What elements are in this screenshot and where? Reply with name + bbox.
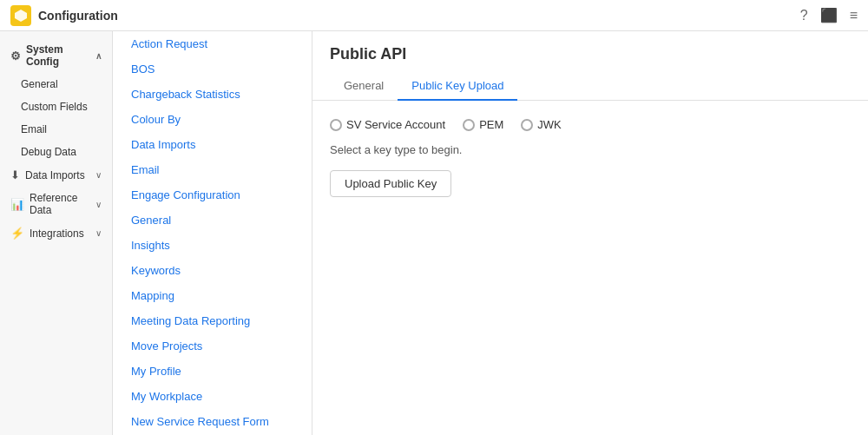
lightning-icon: ⚡ — [10, 227, 24, 240]
sidebar-item-debug-data[interactable]: Debug Data — [0, 141, 112, 163]
sidebar-item-integrations[interactable]: ⚡ Integrations ∨ — [0, 221, 112, 245]
content-area: Public API General Public Key Upload SV … — [312, 31, 868, 435]
sidebar-label-integrations: Integrations — [30, 227, 84, 240]
sidebar-item-data-imports[interactable]: ⬇ Data Imports ∨ — [0, 163, 112, 187]
gear-icon: ⚙ — [10, 49, 21, 63]
sidebar-label-email: Email — [21, 123, 47, 135]
nav-item-chargeback-statistics[interactable]: Chargeback Statistics — [113, 82, 312, 107]
sidebar-label-data-imports: Data Imports — [25, 169, 85, 181]
nav-panel: Action Request BOS Chargeback Statistics… — [113, 31, 312, 435]
radio-sv-service-account[interactable]: SV Service Account — [330, 118, 445, 131]
chart-icon: 📊 — [10, 198, 24, 211]
app-title: Configuration — [38, 9, 793, 23]
radio-circle-jwk — [521, 119, 533, 131]
app-logo — [10, 5, 31, 26]
content-header: Public API General Public Key Upload — [312, 31, 868, 101]
sidebar: ⚙ System Config ∧ General Custom Fields … — [0, 31, 113, 435]
chevron-icon: ∧ — [95, 51, 102, 61]
download-icon: ⬇ — [10, 168, 20, 181]
radio-pem[interactable]: PEM — [463, 118, 503, 131]
chevron-down-icon3: ∨ — [95, 228, 102, 238]
nav-item-engage-configuration[interactable]: Engage Configuration — [113, 182, 312, 208]
radio-circle-sv — [330, 119, 342, 131]
tab-general[interactable]: General — [330, 72, 398, 101]
radio-group-key-type: SV Service Account PEM JWK — [330, 118, 851, 131]
chevron-down-icon: ∨ — [95, 170, 102, 180]
nav-item-mapping[interactable]: Mapping — [113, 283, 312, 308]
tab-public-key-upload[interactable]: Public Key Upload — [398, 72, 517, 101]
nav-item-action-request[interactable]: Action Request — [113, 31, 312, 56]
nav-item-meeting-data-reporting[interactable]: Meeting Data Reporting — [113, 308, 312, 333]
topbar-icons: ? ⬛ ≡ — [800, 7, 858, 23]
nav-item-data-imports[interactable]: Data Imports — [113, 132, 312, 157]
nav-item-bos[interactable]: BOS — [113, 56, 312, 82]
sidebar-label-system-config: System Config — [26, 43, 90, 68]
nav-item-my-workplace[interactable]: My Workplace — [113, 384, 312, 409]
nav-item-move-projects[interactable]: Move Projects — [113, 333, 312, 359]
sidebar-label-debug-data: Debug Data — [21, 146, 76, 158]
nav-item-colour-by[interactable]: Colour By — [113, 107, 312, 132]
nav-item-my-profile[interactable]: My Profile — [113, 359, 312, 384]
sidebar-section-main: ⚙ System Config ∧ General Custom Fields … — [0, 31, 112, 252]
radio-circle-pem — [463, 119, 475, 131]
sidebar-item-general[interactable]: General — [0, 73, 112, 96]
lines-icon[interactable]: ≡ — [850, 8, 858, 23]
top-bar: Configuration ? ⬛ ≡ — [0, 0, 868, 31]
sidebar-item-system-config[interactable]: ⚙ System Config ∧ — [0, 38, 112, 73]
radio-jwk[interactable]: JWK — [521, 118, 561, 131]
sidebar-item-reference-data[interactable]: 📊 Reference Data ∨ — [0, 187, 112, 221]
chevron-down-icon2: ∨ — [95, 200, 102, 209]
sidebar-item-email[interactable]: Email — [0, 118, 112, 141]
radio-label-sv: SV Service Account — [346, 118, 445, 131]
sidebar-label-reference-data: Reference Data — [30, 192, 90, 216]
radio-label-pem: PEM — [479, 118, 503, 131]
sidebar-label-custom-fields: Custom Fields — [21, 101, 88, 113]
svg-marker-0 — [15, 10, 27, 22]
select-key-hint: Select a key type to begin. — [330, 143, 851, 156]
page-title: Public API — [330, 45, 851, 63]
nav-item-keywords[interactable]: Keywords — [113, 258, 312, 283]
radio-label-jwk: JWK — [537, 118, 561, 131]
nav-item-email[interactable]: Email — [113, 157, 312, 182]
nav-item-new-service-request-form[interactable]: New Service Request Form — [113, 409, 312, 434]
sidebar-label-general: General — [21, 78, 58, 90]
tabs-bar: General Public Key Upload — [330, 72, 851, 100]
nav-item-general[interactable]: General — [113, 208, 312, 233]
main-layout: ⚙ System Config ∧ General Custom Fields … — [0, 31, 868, 435]
box-icon[interactable]: ⬛ — [820, 7, 838, 23]
sidebar-item-custom-fields[interactable]: Custom Fields — [0, 96, 112, 118]
nav-item-insights[interactable]: Insights — [113, 233, 312, 258]
content-body: SV Service Account PEM JWK Select a key … — [312, 101, 868, 214]
help-icon[interactable]: ? — [800, 8, 808, 23]
upload-public-key-button[interactable]: Upload Public Key — [330, 170, 451, 197]
